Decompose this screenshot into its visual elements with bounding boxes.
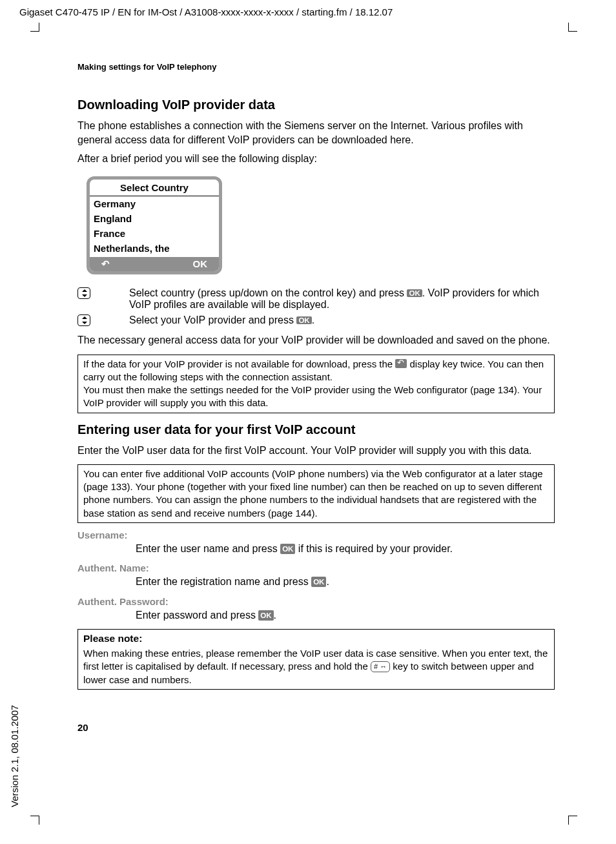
field-desc: Enter the user name and press OK if this… [136, 542, 555, 556]
ok-chip-icon: OK [258, 610, 273, 621]
paragraph: Enter the VoIP user data for the first V… [77, 444, 555, 458]
heading-entering-user-data: Entering user data for your first VoIP a… [77, 422, 555, 437]
display-item: Netherlands, the [90, 241, 219, 256]
crop-mark [568, 816, 577, 825]
version-sidebar: Version 2.1, 08.01.2007 [9, 705, 20, 807]
running-head: Gigaset C470-475 IP / EN for IM-Ost / A3… [19, 6, 393, 17]
ok-chip-icon: OK [407, 289, 422, 297]
field-label-authent-name: Authent. Name: [77, 562, 555, 573]
please-note-box: Please note: When making these entries, … [77, 629, 555, 690]
info-box: You can enter five additional VoIP accou… [77, 464, 555, 523]
instruction-row: Select country (press up/down on the con… [77, 287, 555, 311]
softkey-ok: OK [193, 258, 208, 270]
ok-chip-icon: OK [280, 544, 295, 554]
please-note-title: Please note: [83, 632, 549, 646]
phone-display-mockup: Select Country Germany England France Ne… [87, 176, 222, 274]
field-desc: Enter the registration name and press OK… [136, 575, 555, 589]
ok-chip-icon: OK [311, 577, 326, 587]
back-chip-icon [395, 359, 407, 368]
instruction-row: Select your VoIP provider and press OK. [77, 314, 555, 329]
field-desc: Enter password and press OK. [136, 608, 555, 623]
crop-mark [30, 816, 39, 825]
field-label-authent-password: Authent. Password: [77, 596, 555, 607]
section-header: Making settings for VoIP telephony [77, 62, 555, 72]
instruction-text: Select your VoIP provider and press OK. [129, 314, 314, 329]
ok-chip-icon: OK [296, 316, 311, 324]
page-number: 20 [77, 722, 555, 733]
info-box: If the data for your VoIP provider is no… [77, 355, 555, 413]
display-item: Germany [90, 196, 219, 211]
heading-downloading: Downloading VoIP provider data [77, 98, 555, 112]
updown-key-icon [77, 314, 90, 326]
display-item: France [90, 226, 219, 241]
hash-key-icon: # ↔ [371, 661, 390, 672]
display-item: England [90, 211, 219, 226]
crop-mark [30, 23, 39, 32]
crop-mark [568, 23, 577, 32]
updown-key-icon [77, 287, 90, 299]
paragraph: The necessary general access data for yo… [77, 333, 555, 347]
paragraph: The phone establishes a connection with … [77, 119, 555, 148]
field-label-username: Username: [77, 530, 555, 540]
instruction-text: Select country (press up/down on the con… [129, 287, 555, 311]
paragraph: After a brief period you will see the fo… [77, 152, 555, 166]
page-content: Making settings for VoIP telephony Downl… [77, 62, 555, 733]
softkey-back-icon: ↶ [101, 258, 110, 270]
display-title: Select Country [90, 180, 219, 196]
